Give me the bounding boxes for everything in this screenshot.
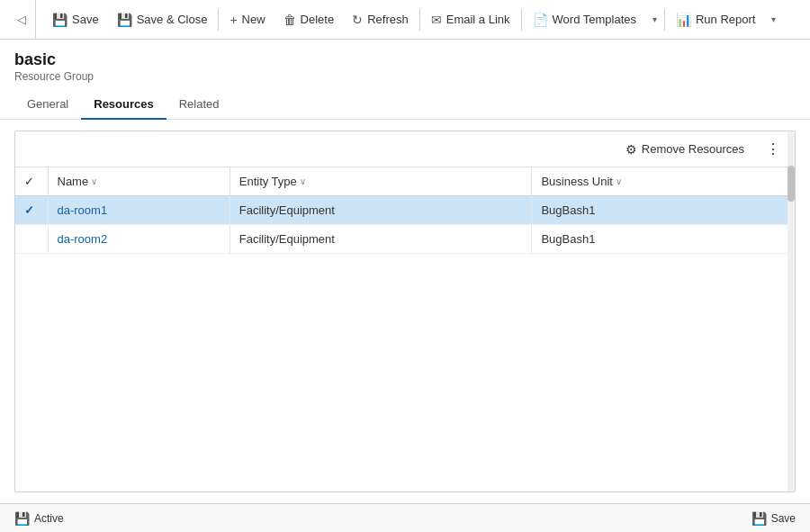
col-entity-label: Entity Type <box>239 175 297 188</box>
col-entity-sort-icon: ∨ <box>300 176 306 186</box>
save-icon: 💾 <box>52 13 68 27</box>
chevron-down-icon: ▾ <box>652 14 657 24</box>
row-entity-type-cell: Facility/Equipment <box>230 225 532 254</box>
grid-scrollbar-thumb <box>788 166 795 202</box>
more-options-button[interactable]: ⋮ <box>760 137 786 161</box>
row-name-link[interactable]: da-room2 <box>58 232 108 246</box>
status-save-button[interactable]: 💾 Save <box>752 511 796 526</box>
refresh-button[interactable]: ↻ Refresh <box>343 0 418 40</box>
col-header-name[interactable]: Name ∨ <box>48 167 230 196</box>
toolbar: ◁ 💾 Save 💾 Save & Close + New 🗑 Delete ↻… <box>0 0 810 40</box>
page-subtitle: Resource Group <box>14 70 796 83</box>
row-name-cell[interactable]: da-room1 <box>48 196 230 225</box>
grid-scrollbar[interactable] <box>788 131 795 491</box>
save-button[interactable]: 💾 Save <box>43 0 108 40</box>
run-report-icon: 📊 <box>676 13 691 27</box>
header-check-icon: ✓ <box>24 175 34 188</box>
row-check-cell[interactable]: ✓ <box>15 196 48 225</box>
col-bu-sort-icon: ∨ <box>616 176 622 186</box>
col-header-check: ✓ <box>15 167 48 196</box>
main-content: ⚙ Remove Resources ⋮ ✓ Name ∨ <box>0 120 810 503</box>
refresh-icon: ↻ <box>352 13 363 27</box>
table-body: ✓da-room1Facility/EquipmentBugBash1da-ro… <box>15 196 795 254</box>
run-report-label: Run Report <box>696 13 755 26</box>
word-templates-button-group: 📄 Word Templates ▾ <box>524 0 662 40</box>
grid-toolbar: ⚙ Remove Resources ⋮ <box>15 131 795 167</box>
col-bu-label: Business Unit <box>541 175 612 188</box>
divider-2 <box>419 9 420 31</box>
row-business-unit-cell: BugBash1 <box>532 196 795 225</box>
row-check-cell[interactable] <box>15 225 48 254</box>
status-label: Active <box>34 512 64 525</box>
divider-4 <box>664 9 665 31</box>
tab-related[interactable]: Related <box>166 90 232 120</box>
save-close-label: Save & Close <box>137 13 208 26</box>
save-close-icon: 💾 <box>117 13 132 27</box>
row-check-icon: ✓ <box>24 203 34 217</box>
col-header-business-unit[interactable]: Business Unit ∨ <box>532 167 795 196</box>
status-bar: 💾 Active 💾 Save <box>0 503 810 532</box>
new-label: New <box>242 13 266 26</box>
back-button[interactable]: ◁ <box>7 0 36 40</box>
remove-resources-icon: ⚙ <box>626 142 637 157</box>
remove-resources-label: Remove Resources <box>642 142 744 156</box>
email-link-button[interactable]: ✉ Email a Link <box>422 0 519 40</box>
save-close-button[interactable]: 💾 Save & Close <box>108 0 217 40</box>
row-entity-type-cell: Facility/Equipment <box>230 196 532 225</box>
email-icon: ✉ <box>431 13 442 27</box>
status-indicator: 💾 Active <box>14 511 64 526</box>
chevron-down-icon-2: ▾ <box>771 14 776 24</box>
tab-resources[interactable]: Resources <box>81 90 166 120</box>
delete-icon: 🗑 <box>284 13 296 27</box>
divider-1 <box>218 9 219 31</box>
col-name-label: Name <box>58 175 89 188</box>
refresh-label: Refresh <box>367 13 409 26</box>
table-row[interactable]: ✓da-room1Facility/EquipmentBugBash1 <box>15 196 795 225</box>
remove-resources-button[interactable]: ⚙ Remove Resources <box>616 139 753 160</box>
word-templates-label: Word Templates <box>553 13 636 26</box>
table-row[interactable]: da-room2Facility/EquipmentBugBash1 <box>15 225 795 254</box>
page-title: basic <box>14 50 796 69</box>
run-report-dropdown-button[interactable]: ▾ <box>764 0 781 40</box>
page-header: basic Resource Group <box>0 40 810 86</box>
resources-grid: ⚙ Remove Resources ⋮ ✓ Name ∨ <box>14 131 796 492</box>
new-button[interactable]: + New <box>220 0 274 40</box>
word-templates-dropdown-button[interactable]: ▾ <box>645 0 662 40</box>
divider-3 <box>521 9 522 31</box>
row-business-unit-cell: BugBash1 <box>532 225 795 254</box>
tab-general[interactable]: General <box>14 90 81 120</box>
col-header-entity-type[interactable]: Entity Type ∨ <box>230 167 532 196</box>
table-header-row: ✓ Name ∨ Entity Type ∨ <box>15 167 795 196</box>
resources-table: ✓ Name ∨ Entity Type ∨ <box>15 167 795 254</box>
run-report-button-group: 📊 Run Report ▾ <box>667 0 781 40</box>
word-templates-button[interactable]: 📄 Word Templates <box>524 0 645 40</box>
delete-label: Delete <box>301 13 335 26</box>
delete-button[interactable]: 🗑 Delete <box>274 0 344 40</box>
status-save-label: Save <box>771 512 796 525</box>
email-label: Email a Link <box>446 13 510 26</box>
col-name-sort-icon: ∨ <box>91 176 97 186</box>
row-name-link[interactable]: da-room1 <box>58 203 108 217</box>
tab-bar: General Resources Related <box>0 90 810 120</box>
run-report-button[interactable]: 📊 Run Report <box>667 0 764 40</box>
status-icon: 💾 <box>14 511 30 526</box>
status-save-icon: 💾 <box>752 511 767 526</box>
back-icon: ◁ <box>17 13 26 26</box>
row-name-cell[interactable]: da-room2 <box>48 225 230 254</box>
grid-scroll-area[interactable]: ✓ Name ∨ Entity Type ∨ <box>15 167 795 491</box>
save-label: Save <box>72 13 99 26</box>
new-icon: + <box>230 13 237 27</box>
word-templates-icon: 📄 <box>533 13 548 27</box>
